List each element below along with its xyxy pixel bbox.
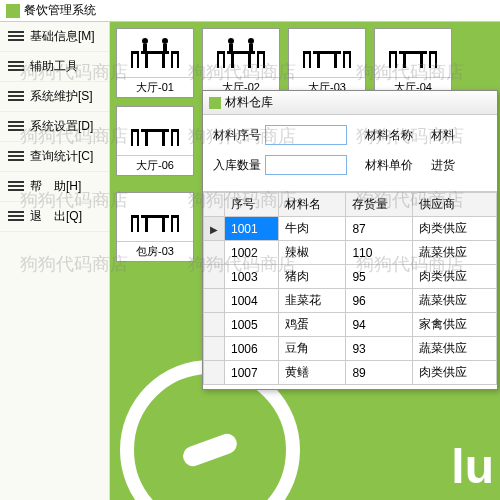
svg-rect-28 <box>334 54 337 68</box>
svg-rect-4 <box>143 44 147 52</box>
svg-rect-11 <box>171 54 173 68</box>
cell-stock: 110 <box>346 241 413 265</box>
cell-stock: 94 <box>346 313 413 337</box>
svg-rect-10 <box>171 51 179 54</box>
sidebar-item-help[interactable]: 帮 助[H] <box>0 172 109 202</box>
row-indicator <box>204 337 225 361</box>
svg-point-3 <box>142 38 148 44</box>
sidebar-label: 查询统计[C] <box>30 148 93 165</box>
data-grid[interactable]: 序号 材料名 存货量 供应商 ▶1001牛肉87肉类供应1002辣椒110蔬菜供… <box>203 191 497 389</box>
svg-rect-20 <box>217 51 225 54</box>
svg-rect-21 <box>217 54 219 68</box>
svg-rect-46 <box>162 132 165 146</box>
table-tile[interactable]: 大厅-01 <box>116 28 194 98</box>
dining-icon <box>117 107 193 155</box>
field-material-name: 材料名称 <box>365 127 413 144</box>
svg-rect-60 <box>171 218 173 232</box>
cell-id: 1001 <box>225 217 279 241</box>
col-id[interactable]: 序号 <box>225 193 279 217</box>
svg-rect-50 <box>171 129 179 132</box>
tile-label: 大厅-06 <box>117 155 193 175</box>
row-indicator <box>204 241 225 265</box>
menu-icon <box>8 61 24 73</box>
svg-rect-23 <box>257 51 265 54</box>
cell-id: 1002 <box>225 241 279 265</box>
table-row[interactable]: 1006豆角93蔬菜供应 <box>204 337 497 361</box>
sidebar-label: 系统维护[S] <box>30 88 93 105</box>
cell-supplier: 蔬菜供应 <box>413 289 497 313</box>
svg-rect-33 <box>343 54 345 68</box>
cell-name: 鸡蛋 <box>279 313 346 337</box>
cell-supplier: 肉类供应 <box>413 265 497 289</box>
dialog-title-text: 材料仓库 <box>225 94 273 111</box>
qty-input[interactable] <box>265 155 347 175</box>
sidebar-item-exit[interactable]: 退 出[Q] <box>0 202 109 232</box>
field-qty: 入库数量 <box>213 155 347 175</box>
svg-rect-7 <box>131 51 139 54</box>
dining-icon <box>117 29 193 77</box>
svg-rect-14 <box>231 54 234 68</box>
table-row[interactable]: 1003猪肉95肉类供应 <box>204 265 497 289</box>
table-tile[interactable]: 大厅-06 <box>116 106 194 176</box>
sidebar-item-settings[interactable]: 系统设置[D] <box>0 112 109 142</box>
sidebar-item-tools[interactable]: 辅助工具 <box>0 52 109 82</box>
material-code-input[interactable] <box>265 125 347 145</box>
cell-name: 牛肉 <box>279 217 346 241</box>
svg-rect-22 <box>223 54 225 68</box>
svg-rect-55 <box>162 218 165 232</box>
col-name[interactable]: 材料名 <box>279 193 346 217</box>
table-tile[interactable]: 大厅-03 <box>288 28 366 98</box>
dining-icon <box>289 29 365 77</box>
cell-supplier: 肉类供应 <box>413 361 497 385</box>
svg-rect-34 <box>349 54 351 68</box>
svg-rect-25 <box>263 54 265 68</box>
svg-rect-36 <box>403 54 406 68</box>
svg-point-18 <box>248 38 254 44</box>
field-cut2: 进货 <box>431 157 461 174</box>
cell-name: 辣椒 <box>279 241 346 265</box>
table-row[interactable]: 1007黄鳝89肉类供应 <box>204 361 497 385</box>
cell-id: 1007 <box>225 361 279 385</box>
table-tile[interactable]: 大厅-02 <box>202 28 280 98</box>
row-indicator: ▶ <box>204 217 225 241</box>
table-row[interactable]: 1005鸡蛋94家禽供应 <box>204 313 497 337</box>
sidebar-item-basic[interactable]: 基础信息[M] <box>0 22 109 52</box>
svg-rect-48 <box>131 132 133 146</box>
svg-rect-42 <box>429 54 431 68</box>
col-supplier[interactable]: 供应商 <box>413 193 497 217</box>
sidebar-item-maintain[interactable]: 系统维护[S] <box>0 82 109 112</box>
table-row[interactable]: ▶1001牛肉87肉类供应 <box>204 217 497 241</box>
cell-id: 1004 <box>225 289 279 313</box>
svg-rect-51 <box>171 132 173 146</box>
svg-rect-37 <box>420 54 423 68</box>
svg-rect-6 <box>163 44 167 52</box>
table-tile[interactable]: 包房-03 <box>116 192 194 262</box>
svg-rect-38 <box>389 51 397 54</box>
material-warehouse-dialog: 材料仓库 材料序号 材料名称 材料 入库数量 材料单价 进货 <box>202 90 498 390</box>
svg-rect-9 <box>137 54 139 68</box>
field-price: 材料单价 <box>365 157 413 174</box>
table-row[interactable]: 1004韭菜花96蔬菜供应 <box>204 289 497 313</box>
dialog-titlebar[interactable]: 材料仓库 <box>203 91 497 115</box>
svg-rect-44 <box>141 129 169 132</box>
sidebar-item-query[interactable]: 查询统计[C] <box>0 142 109 172</box>
field-material-code: 材料序号 <box>213 125 347 145</box>
svg-rect-32 <box>343 51 351 54</box>
cell-stock: 95 <box>346 265 413 289</box>
cell-name: 豆角 <box>279 337 346 361</box>
menu-icon <box>8 151 24 163</box>
col-stock[interactable]: 存货量 <box>346 193 413 217</box>
svg-rect-30 <box>303 54 305 68</box>
cell-id: 1003 <box>225 265 279 289</box>
svg-rect-49 <box>137 132 139 146</box>
row-indicator <box>204 265 225 289</box>
svg-rect-57 <box>131 218 133 232</box>
cell-stock: 89 <box>346 361 413 385</box>
menu-icon <box>8 91 24 103</box>
svg-rect-26 <box>313 51 341 54</box>
table-row[interactable]: 1002辣椒110蔬菜供应 <box>204 241 497 265</box>
svg-rect-58 <box>137 218 139 232</box>
svg-rect-56 <box>131 215 139 218</box>
sidebar: 基础信息[M] 辅助工具 系统维护[S] 系统设置[D] 查询统计[C] 帮 助… <box>0 22 110 500</box>
table-tile[interactable]: 大厅-04 <box>374 28 452 98</box>
